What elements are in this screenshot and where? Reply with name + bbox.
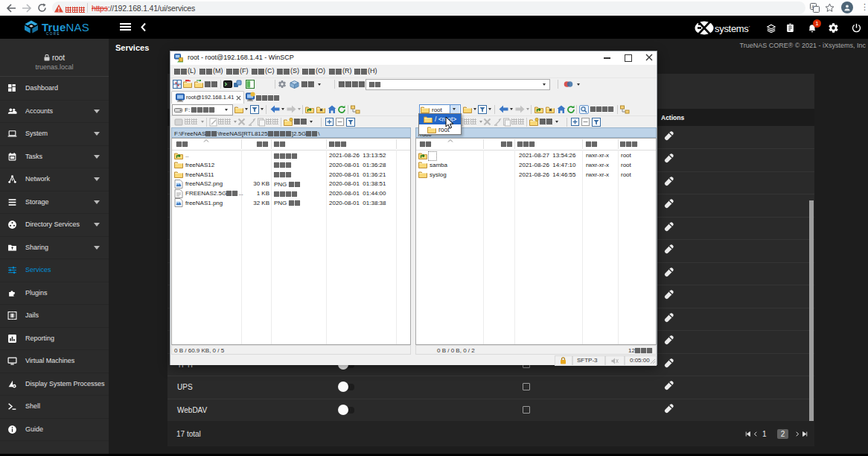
svg-text:A: A — [811, 4, 814, 9]
